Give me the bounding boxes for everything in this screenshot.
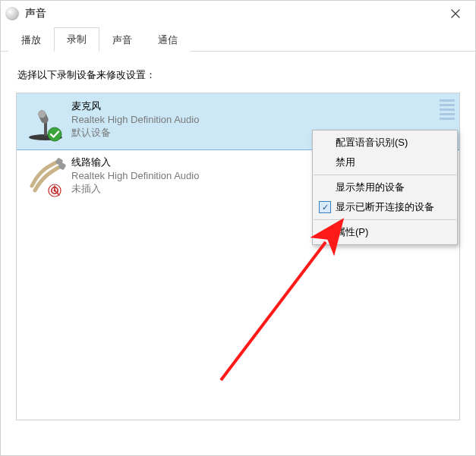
svg-point-9 bbox=[53, 189, 55, 191]
menu-label: 显示已断开连接的设备 bbox=[336, 200, 434, 214]
tab-communications[interactable]: 通信 bbox=[145, 28, 191, 52]
device-status: 默认设备 bbox=[71, 126, 199, 140]
tab-sounds[interactable]: 声音 bbox=[99, 28, 145, 52]
instruction-text: 选择以下录制设备来修改设置： bbox=[17, 68, 460, 82]
device-driver: Realtek High Definition Audio bbox=[71, 169, 199, 183]
window-title: 声音 bbox=[25, 7, 440, 20]
check-badge-icon bbox=[47, 127, 62, 142]
menu-item-disable[interactable]: 禁用 bbox=[313, 153, 457, 172]
svg-point-4 bbox=[48, 127, 61, 141]
tab-recording[interactable]: 录制 bbox=[54, 27, 99, 52]
titlebar: 声音 bbox=[1, 1, 475, 27]
menu-separator bbox=[314, 175, 456, 175]
menu-label: 配置语音识别(S) bbox=[336, 136, 408, 149]
menu-label: 显示禁用的设备 bbox=[336, 181, 405, 194]
close-button[interactable] bbox=[440, 3, 471, 24]
tab-playback[interactable]: 播放 bbox=[8, 28, 54, 52]
menu-separator bbox=[314, 219, 456, 220]
menu-item-show-disabled[interactable]: 显示禁用的设备 bbox=[313, 178, 457, 197]
device-driver: Realtek High Definition Audio bbox=[71, 113, 199, 127]
check-icon: ✓ bbox=[319, 201, 331, 213]
device-name: 线路输入 bbox=[71, 156, 199, 169]
menu-item-show-disconnected[interactable]: ✓ 显示已断开连接的设备 bbox=[313, 197, 457, 217]
device-text: 线路输入 Realtek High Definition Audio 未插入 bbox=[71, 156, 199, 196]
device-context-menu: 配置语音识别(S) 禁用 显示禁用的设备 ✓ 显示已断开连接的设备 属性(P) bbox=[312, 130, 458, 245]
sound-app-icon bbox=[5, 7, 19, 20]
menu-item-configure-speech[interactable]: 配置语音识别(S) bbox=[313, 133, 457, 153]
device-name: 麦克风 bbox=[71, 99, 199, 113]
microphone-icon bbox=[24, 99, 67, 142]
close-icon bbox=[451, 9, 460, 18]
device-status: 未插入 bbox=[71, 182, 199, 196]
line-in-icon bbox=[24, 156, 67, 198]
menu-item-properties[interactable]: 属性(P) bbox=[313, 222, 457, 242]
input-level-meter bbox=[440, 99, 455, 120]
menu-label: 禁用 bbox=[336, 156, 355, 169]
unplugged-badge-icon bbox=[47, 183, 62, 198]
sound-dialog-window: 声音 播放 录制 声音 通信 选择以下录制设备来修改设置： bbox=[0, 0, 476, 456]
device-text: 麦克风 Realtek High Definition Audio 默认设备 bbox=[71, 99, 199, 140]
tabstrip: 播放 录制 声音 通信 bbox=[1, 27, 475, 52]
menu-label: 属性(P) bbox=[336, 225, 368, 239]
